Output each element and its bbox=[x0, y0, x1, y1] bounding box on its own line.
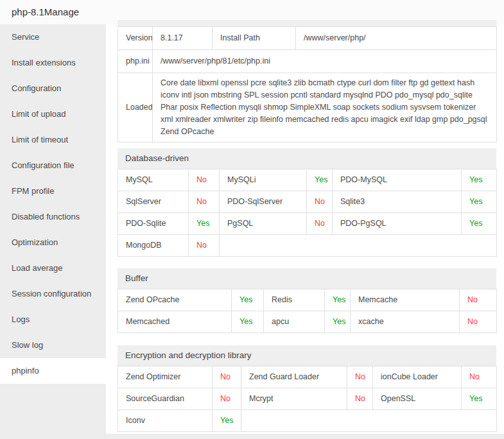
sqlite3-status: Yes bbox=[462, 191, 497, 213]
sourceguardian-label: SourceGuardian bbox=[118, 388, 213, 410]
sidebar-item-disabled-functions[interactable]: Disabled functions bbox=[0, 204, 106, 230]
pdo-sqlserver-status: No bbox=[307, 191, 333, 213]
table-row: Zend Optimizer No Zend Guard Loader No i… bbox=[118, 366, 497, 388]
pdo-pgsql-label: PDO-PgSQL bbox=[333, 213, 462, 235]
pdo-sqlserver-label: PDO-SqlServer bbox=[220, 191, 307, 213]
mongodb-label: MongoDB bbox=[118, 235, 189, 257]
zend-opcache-status: Yes bbox=[232, 289, 264, 311]
memcache-label: Memcache bbox=[351, 289, 460, 311]
section-encryption-library: Encryption and decryption library Zend O… bbox=[117, 345, 496, 432]
zend-optimizer-status: No bbox=[213, 366, 241, 388]
zend-opcache-label: Zend OPcache bbox=[118, 289, 232, 311]
phpini-label: php.ini bbox=[118, 50, 153, 73]
pgsql-status: No bbox=[307, 213, 333, 235]
iconv-label: Iconv bbox=[118, 410, 213, 432]
install-path-value: /www/server/php/ bbox=[296, 27, 497, 50]
memcached-label: Memcached bbox=[118, 311, 232, 333]
sidebar-item-load-average[interactable]: Load average bbox=[0, 255, 106, 281]
mcrypt-label: Mcrypt bbox=[241, 388, 347, 410]
table-row: php.ini /www/server/php/81/etc/php.ini bbox=[118, 50, 497, 73]
ioncube-loader-label: ionCube Loader bbox=[373, 366, 462, 388]
version-label: Version bbox=[118, 27, 153, 50]
pdo-sqlite-label: PDO-Sqlite bbox=[118, 213, 189, 235]
sidebar-item-limit-of-timeout[interactable]: Limit of timeout bbox=[0, 127, 106, 153]
window-title: php-8.1Manage bbox=[0, 0, 504, 17]
sqlserver-label: SqlServer bbox=[118, 191, 189, 213]
mysqli-status: Yes bbox=[307, 169, 333, 191]
table-row: Loaded Core date libxml openssl pcre sql… bbox=[118, 73, 497, 142]
memcached-status: Yes bbox=[232, 311, 264, 333]
pdo-mysql-label: PDO-MySQL bbox=[333, 169, 462, 191]
empty-cell bbox=[220, 235, 497, 257]
table-row: Iconv Yes bbox=[118, 410, 497, 432]
ioncube-loader-status: No bbox=[462, 366, 497, 388]
pgsql-label: PgSQL bbox=[220, 213, 307, 235]
phpinfo-panel: Version 8.1.17 Install Path /www/server/… bbox=[117, 20, 496, 432]
section-title-database-driven: Database-driven bbox=[117, 148, 496, 169]
encryption-library-table: Zend Optimizer No Zend Guard Loader No i… bbox=[117, 366, 497, 432]
install-path-label: Install Path bbox=[213, 27, 296, 50]
table-row: Memcached Yes apcu Yes xcache No bbox=[118, 311, 497, 333]
loaded-modules-value: Core date libxml openssl pcre sqlite3 zl… bbox=[153, 73, 497, 142]
iconv-status: Yes bbox=[213, 410, 241, 432]
openssl-label: OpenSSL bbox=[373, 388, 462, 410]
section-database-driven: Database-driven MySQL No MySQLi Yes PDO-… bbox=[117, 148, 496, 257]
buffer-table: Zend OPcache Yes Redis Yes Memcache No M… bbox=[117, 289, 497, 333]
xcache-label: xcache bbox=[351, 311, 460, 333]
empty-cell bbox=[241, 410, 497, 432]
sidebar-item-logs[interactable]: Logs bbox=[0, 307, 106, 332]
database-driven-table: MySQL No MySQLi Yes PDO-MySQL Yes SqlSer… bbox=[117, 169, 497, 257]
section-buffer: Buffer Zend OPcache Yes Redis Yes Memcac… bbox=[117, 268, 496, 333]
sqlite3-label: Sqlite3 bbox=[333, 191, 462, 213]
php-info-table: Version 8.1.17 Install Path /www/server/… bbox=[117, 26, 497, 142]
table-row: Version 8.1.17 Install Path /www/server/… bbox=[118, 27, 497, 50]
mongodb-status: No bbox=[189, 235, 220, 257]
mysql-status: No bbox=[189, 169, 220, 191]
bottom-strip bbox=[0, 434, 504, 439]
openssl-status: Yes bbox=[462, 388, 497, 410]
section-title-buffer: Buffer bbox=[117, 268, 496, 289]
section-title-encryption-library: Encryption and decryption library bbox=[117, 345, 496, 366]
sidebar-item-fpm-profile[interactable]: FPM profile bbox=[0, 178, 106, 204]
memcache-status: No bbox=[460, 289, 497, 311]
version-value: 8.1.17 bbox=[153, 27, 213, 50]
pdo-mysql-status: Yes bbox=[462, 169, 497, 191]
table-row: SqlServer No PDO-SqlServer No Sqlite3 Ye… bbox=[118, 191, 497, 213]
table-row: MySQL No MySQLi Yes PDO-MySQL Yes bbox=[118, 169, 497, 191]
sidebar-item-slow-log[interactable]: Slow log bbox=[0, 332, 106, 358]
mysqli-label: MySQLi bbox=[220, 169, 307, 191]
zend-optimizer-label: Zend Optimizer bbox=[118, 366, 213, 388]
sidebar-item-optimization[interactable]: Optimization bbox=[0, 230, 106, 255]
redis-label: Redis bbox=[264, 289, 325, 311]
sidebar: Service Install extensions Configuration… bbox=[0, 24, 106, 434]
clipped-section-header bbox=[117, 20, 496, 26]
sidebar-item-configuration-file[interactable]: Configuration file bbox=[0, 153, 106, 178]
apcu-status: Yes bbox=[325, 311, 351, 333]
sidebar-item-limit-of-upload[interactable]: Limit of upload bbox=[0, 101, 106, 127]
sidebar-item-service[interactable]: Service bbox=[0, 24, 106, 50]
sidebar-item-phpinfo[interactable]: phpinfo bbox=[0, 358, 106, 384]
loaded-label: Loaded bbox=[118, 73, 153, 142]
pdo-pgsql-status: Yes bbox=[462, 213, 497, 235]
zend-guard-loader-label: Zend Guard Loader bbox=[241, 366, 347, 388]
table-row: Zend OPcache Yes Redis Yes Memcache No bbox=[118, 289, 497, 311]
table-row: SourceGuardian No Mcrypt No OpenSSL Yes bbox=[118, 388, 497, 410]
table-row: MongoDB No bbox=[118, 235, 497, 257]
sidebar-item-install-extensions[interactable]: Install extensions bbox=[0, 50, 106, 76]
sqlserver-status: No bbox=[189, 191, 220, 213]
sourceguardian-status: No bbox=[213, 388, 241, 410]
sidebar-item-session-configuration[interactable]: Session configuration bbox=[0, 281, 106, 307]
pdo-sqlite-status: Yes bbox=[189, 213, 220, 235]
redis-status: Yes bbox=[325, 289, 351, 311]
sidebar-item-configuration[interactable]: Configuration bbox=[0, 76, 106, 101]
table-row: PDO-Sqlite Yes PgSQL No PDO-PgSQL Yes bbox=[118, 213, 497, 235]
xcache-status: No bbox=[460, 311, 497, 333]
mcrypt-status: No bbox=[347, 388, 373, 410]
zend-guard-loader-status: No bbox=[347, 366, 373, 388]
apcu-label: apcu bbox=[264, 311, 325, 333]
mysql-label: MySQL bbox=[118, 169, 189, 191]
phpini-value: /www/server/php/81/etc/php.ini bbox=[153, 50, 497, 73]
